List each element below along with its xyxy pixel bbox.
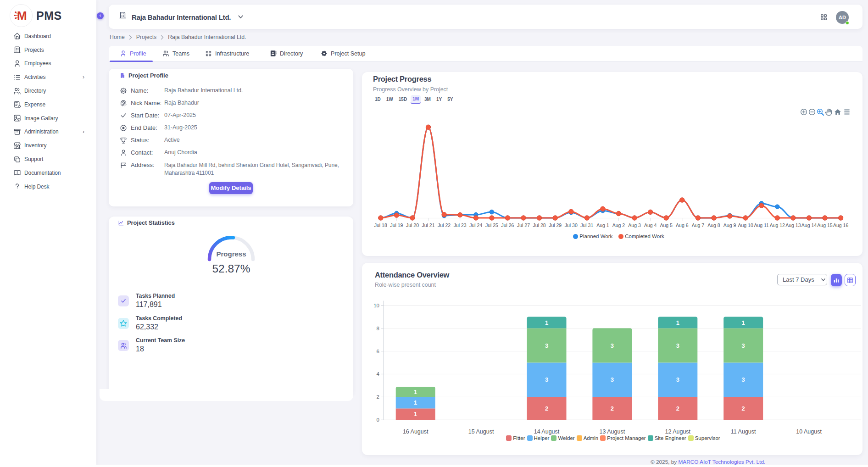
svg-text:Jul 30: Jul 30 xyxy=(565,222,578,228)
svg-text:Aug 12: Aug 12 xyxy=(770,222,785,228)
svg-text:13 August: 13 August xyxy=(600,428,625,435)
svg-text:Aug 1: Aug 1 xyxy=(596,222,609,228)
svg-text:Jul 25: Jul 25 xyxy=(485,222,498,228)
svg-text:3: 3 xyxy=(545,342,548,349)
svg-text:Jul 26: Jul 26 xyxy=(501,222,514,228)
svg-text:1: 1 xyxy=(676,319,679,326)
svg-text:Aug 14: Aug 14 xyxy=(801,222,817,228)
svg-text:3: 3 xyxy=(676,376,679,383)
svg-text:Aug 13: Aug 13 xyxy=(785,222,801,228)
svg-text:1: 1 xyxy=(414,389,417,395)
svg-text:Jul 20: Jul 20 xyxy=(406,222,419,228)
svg-text:10 August: 10 August xyxy=(796,428,822,435)
svg-text:Aug 8: Aug 8 xyxy=(707,222,720,228)
svg-text:Jul 28: Jul 28 xyxy=(533,222,546,228)
svg-text:Jul 19: Jul 19 xyxy=(390,222,403,228)
svg-text:12 August: 12 August xyxy=(665,428,690,435)
svg-text:3: 3 xyxy=(742,376,745,383)
svg-text:Aug 3: Aug 3 xyxy=(628,222,641,228)
svg-text:16 August: 16 August xyxy=(403,428,428,435)
svg-text:Jul 21: Jul 21 xyxy=(422,222,434,228)
svg-text:2: 2 xyxy=(676,405,679,412)
svg-text:Aug 7: Aug 7 xyxy=(692,222,705,228)
svg-text:3: 3 xyxy=(742,342,745,349)
svg-text:2: 2 xyxy=(742,405,745,412)
svg-text:2: 2 xyxy=(377,394,379,400)
svg-text:11 August: 11 August xyxy=(731,428,756,435)
svg-text:Aug 11: Aug 11 xyxy=(754,222,769,228)
svg-text:15 August: 15 August xyxy=(468,428,494,435)
svg-text:2: 2 xyxy=(545,405,548,412)
svg-text:Jul 24: Jul 24 xyxy=(469,222,482,228)
svg-text:1: 1 xyxy=(545,319,548,326)
svg-text:Jul 29: Jul 29 xyxy=(549,222,562,228)
svg-text:Jul 22: Jul 22 xyxy=(438,222,451,228)
svg-text:Jul 27: Jul 27 xyxy=(517,222,530,228)
svg-text:Aug 9: Aug 9 xyxy=(723,222,736,228)
svg-text:4: 4 xyxy=(377,371,380,377)
svg-text:Aug 16: Aug 16 xyxy=(833,222,848,228)
svg-text:3: 3 xyxy=(676,342,679,349)
svg-text:1: 1 xyxy=(742,319,745,326)
svg-text:14 August: 14 August xyxy=(534,428,560,435)
svg-text:1: 1 xyxy=(414,411,417,417)
svg-text:Jul 18: Jul 18 xyxy=(374,222,387,228)
svg-text:Aug 15: Aug 15 xyxy=(817,222,832,228)
svg-text:Aug 2: Aug 2 xyxy=(612,222,625,228)
svg-text:Aug 6: Aug 6 xyxy=(676,222,689,228)
svg-text:Aug 5: Aug 5 xyxy=(660,222,673,228)
svg-text:2: 2 xyxy=(611,405,614,412)
svg-text:3: 3 xyxy=(545,376,548,383)
svg-text:1: 1 xyxy=(414,399,417,406)
svg-text:M: M xyxy=(17,9,27,22)
svg-text:6: 6 xyxy=(377,349,379,354)
svg-text:Aug 10: Aug 10 xyxy=(738,222,753,228)
svg-text:3: 3 xyxy=(611,342,614,349)
svg-text:Jul 31: Jul 31 xyxy=(580,222,593,228)
svg-text:8: 8 xyxy=(377,326,379,331)
svg-text:0: 0 xyxy=(377,417,379,423)
svg-text:3: 3 xyxy=(611,376,614,383)
svg-text:10: 10 xyxy=(373,303,379,308)
svg-text:Jul 23: Jul 23 xyxy=(454,222,467,228)
svg-text:Aug 4: Aug 4 xyxy=(644,222,657,228)
